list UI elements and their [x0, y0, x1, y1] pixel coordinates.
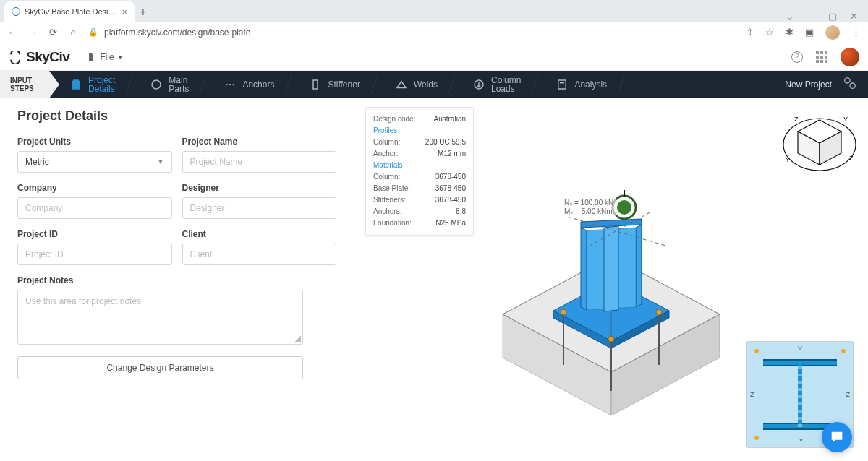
step-project-details[interactable]: ProjectDetails	[49, 71, 129, 98]
reload-icon[interactable]: ⟳	[48, 27, 58, 38]
input-steps-l1: INPUT	[10, 77, 42, 85]
svg-point-38	[617, 200, 631, 215]
minimize-icon[interactable]: —	[806, 11, 815, 22]
units-label: Project Units	[17, 137, 172, 147]
form-panel: Project Details Project Units Metric ▼ P…	[0, 98, 354, 461]
field-company: Company	[17, 183, 172, 219]
bookmark-icon[interactable]: ☆	[765, 27, 774, 38]
user-avatar[interactable]	[841, 48, 859, 66]
step-label: Analysis	[574, 79, 607, 90]
units-select[interactable]: Metric ▼	[17, 151, 172, 173]
anchor-dot-icon	[754, 436, 759, 440]
materials-link[interactable]: Materials	[373, 160, 403, 171]
axis-label: -Y	[797, 437, 804, 444]
change-parameters-button[interactable]: Change Design Parameters	[17, 356, 303, 379]
axis-label: Y	[798, 345, 802, 352]
step-main-parts[interactable]: MainParts	[129, 71, 203, 98]
step-analysis[interactable]: Analysis	[535, 71, 621, 98]
field-client: Client	[182, 229, 337, 265]
input-steps-label: INPUT STEPS	[0, 71, 49, 98]
notes-label: Project Notes	[17, 275, 303, 285]
step-label: Loads	[491, 85, 521, 93]
design-info-card: Design code:Australian Profiles Column:2…	[365, 107, 474, 236]
clipboard-icon	[69, 78, 82, 91]
app-logo[interactable]: SkyCiv	[9, 49, 69, 65]
url-field[interactable]: 🔒 platform.skyciv.com/design/base-plate	[88, 27, 736, 38]
project-id-input[interactable]	[25, 249, 164, 259]
company-input[interactable]	[25, 203, 164, 213]
notes-textarea[interactable]	[25, 296, 295, 338]
step-stiffener[interactable]: Stiffener	[289, 71, 374, 98]
profiles-link[interactable]: Profiles	[373, 125, 397, 137]
new-tab-button[interactable]: +	[135, 3, 152, 22]
info-key: Anchors:	[373, 206, 401, 217]
url-text: platform.skyciv.com/design/base-plate	[104, 27, 251, 38]
sidepanel-icon[interactable]: ▣	[805, 27, 814, 38]
close-tab-icon[interactable]: ×	[122, 7, 127, 17]
company-label: Company	[17, 183, 172, 193]
browser-menu-icon[interactable]: ⋮	[851, 27, 861, 38]
chevron-down-icon[interactable]: ⌵	[787, 11, 793, 22]
new-project-link[interactable]: New Project	[785, 79, 832, 90]
settings-gears-icon[interactable]	[842, 75, 858, 94]
info-key: Column:	[373, 137, 400, 148]
panel-title: Project Details	[17, 108, 336, 124]
svg-point-0	[152, 80, 161, 89]
extensions-icon[interactable]: ✱	[786, 27, 793, 38]
model-3d[interactable]	[459, 112, 763, 418]
browser-tab[interactable]: SkyCiv Base Plate Design | SkyCi... ×	[4, 1, 135, 22]
apps-grid-icon[interactable]	[816, 51, 827, 63]
anchor-icon	[224, 78, 237, 91]
project-id-label: Project ID	[17, 229, 172, 239]
viewport-3d[interactable]: Design code:Australian Profiles Column:2…	[354, 98, 868, 461]
z-axis-line	[752, 395, 848, 395]
maximize-icon[interactable]: ▢	[828, 11, 837, 22]
resize-handle-icon[interactable]	[294, 335, 301, 342]
project-name-label: Project Name	[182, 137, 337, 147]
svg-point-25	[561, 309, 566, 315]
step-anchors[interactable]: Anchors	[203, 71, 289, 98]
svg-rect-6	[558, 80, 566, 89]
close-window-icon[interactable]: ✕	[850, 11, 858, 22]
brand-text: SkyCiv	[26, 49, 69, 65]
nav-forward-icon[interactable]: →	[27, 27, 38, 38]
axis-label: Z-	[750, 391, 757, 398]
tab-title: SkyCiv Base Plate Design | SkyCi...	[25, 7, 117, 16]
svg-text:Y: Y	[786, 156, 790, 163]
info-key: Anchor:	[373, 148, 398, 160]
svg-point-9	[850, 83, 855, 88]
welds-icon	[395, 78, 408, 91]
input-steps-l2: STEPS	[10, 85, 42, 92]
file-icon	[87, 53, 95, 61]
file-menu[interactable]: File ▾	[87, 52, 122, 62]
steps-bar: INPUT STEPS ProjectDetails MainParts Anc…	[0, 71, 868, 98]
client-input[interactable]	[190, 249, 329, 259]
profile-avatar[interactable]	[825, 25, 840, 40]
client-label: Client	[182, 229, 337, 239]
browser-address-bar: ← → ⟳ ⌂ 🔒 platform.skyciv.com/design/bas…	[0, 22, 868, 43]
step-column-loads[interactable]: ColumnLoads	[452, 71, 535, 98]
app-header: SkyCiv File ▾ ?	[0, 43, 868, 71]
info-key: Base Plate:	[373, 183, 410, 194]
units-value: Metric	[25, 157, 49, 167]
chat-button[interactable]	[822, 422, 852, 452]
home-icon[interactable]: ⌂	[68, 27, 78, 38]
svg-rect-4	[313, 80, 318, 89]
step-welds[interactable]: Welds	[375, 71, 452, 98]
step-label: Welds	[414, 79, 438, 90]
info-key: Column:	[373, 171, 400, 183]
svg-point-26	[656, 309, 662, 315]
circle-icon	[150, 78, 163, 91]
svg-point-2	[229, 84, 231, 85]
lock-icon: 🔒	[88, 27, 98, 37]
designer-input[interactable]	[190, 203, 329, 213]
share-icon[interactable]: ⇪	[746, 27, 754, 38]
anchor-dot-icon	[841, 349, 846, 353]
view-cube[interactable]: Z Y Z Y	[780, 110, 859, 172]
project-name-input[interactable]	[190, 157, 329, 167]
svg-point-3	[233, 84, 234, 85]
info-key: Stiffeners:	[373, 194, 406, 206]
change-btn-label: Change Design Parameters	[106, 363, 213, 373]
help-icon[interactable]: ?	[791, 51, 803, 63]
nav-back-icon[interactable]: ←	[7, 27, 17, 38]
